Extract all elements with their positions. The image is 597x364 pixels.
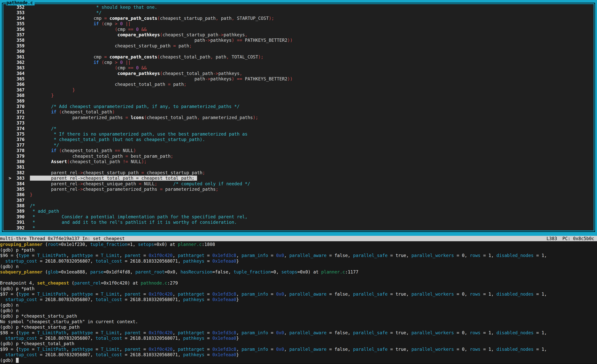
source-line: 375 * If there is no unparameterized pat… <box>3 131 594 137</box>
line-number-gutter: 361 <box>3 54 30 59</box>
line-number-gutter: 378 <box>3 148 30 153</box>
line-number-gutter: 384 <box>3 181 30 186</box>
gdb-output-line: $98 = {type = T_LimitPath, pathtype = T_… <box>0 330 597 335</box>
line-number-gutter: 353 <box>3 10 30 15</box>
status-pc-indicator: PC: 0x8c5b0c <box>562 236 594 241</box>
line-number-gutter: 389 <box>3 209 30 214</box>
line-number-gutter: 377 <box>3 143 30 148</box>
line-number-gutter: 376 <box>3 137 30 142</box>
line-number-gutter: 363 <box>3 65 30 70</box>
line-number-gutter: > 383 <box>3 176 30 181</box>
line-number-gutter: 385 <box>3 187 30 192</box>
source-line: 352 * should keep that one. <box>3 4 594 10</box>
source-line: 359 cheapest_startup_path = path; <box>3 43 594 49</box>
status-line-indicator: L383 <box>546 236 557 241</box>
source-line: 362 if (cmp > 0 || <box>3 60 594 65</box>
line-number-gutter: 381 <box>3 164 30 170</box>
status-thread-info: multi-thre Thread 0x7f4e19a137 In: set_c… <box>0 236 125 241</box>
gdb-output-line: (gdb) n <box>0 302 597 308</box>
source-line: 380 Assert(cheapest_total_path != NULL); <box>3 159 594 164</box>
line-number-gutter: 367 <box>3 87 30 93</box>
gdb-output-line: (gdb) p *path <box>0 247 597 253</box>
source-line: 381 <box>3 164 594 170</box>
source-line: 366 cheapest_total_path = path; <box>3 82 594 87</box>
source-line: 355 if (cmp > 0 || <box>3 21 594 26</box>
gdb-output-line <box>0 275 597 280</box>
source-line: 376 * cheapest_total_path (but not as ch… <box>3 137 594 142</box>
line-number-gutter: 357 <box>3 32 30 37</box>
line-number-gutter: 358 <box>3 38 30 43</box>
source-window-title: pathnode.c <box>6 0 35 5</box>
line-number-gutter: 375 <box>3 132 30 137</box>
gdb-output-line: (gdb) n <box>0 264 597 269</box>
source-line: 392 * <box>3 225 594 231</box>
gdb-output-line: $97 = {type = T_LimitPath, pathtype = T_… <box>0 291 597 297</box>
source-line: 374 /* <box>3 126 594 131</box>
line-number-gutter: 382 <box>3 170 30 175</box>
source-line: 382 parent_rel->cheapest_startup_path = … <box>3 170 594 175</box>
gdb-output-line: (gdb) p *cheapest_startup_path <box>0 324 597 330</box>
gdb-output-line: $99 = {type = T_LimitPath, pathtype = T_… <box>0 347 597 352</box>
source-line: 365 path->pathkeys) == PATHKEYS_BETTER2)… <box>3 76 594 82</box>
source-line: 369 <box>3 98 594 104</box>
source-code-pane: 352 * should keep that one. 353 */ 354 c… <box>3 4 594 231</box>
source-line: 378 if (cheapest_total_path == NULL) <box>3 148 594 153</box>
source-line: 370 /* Add cheapest unparameterized path… <box>3 104 594 109</box>
line-number-gutter: 372 <box>3 115 30 120</box>
line-number-gutter: 365 <box>3 76 30 81</box>
gdb-output-line: (gdb) n <box>0 308 597 313</box>
source-line: 353 */ <box>3 10 594 15</box>
status-position-info: L383PC: 0x8c5b0c <box>546 236 594 241</box>
gdb-output-line: (gdb) <box>0 358 597 363</box>
status-bar: multi-thre Thread 0x7f4e19a137 In: set_c… <box>0 236 597 241</box>
gdb-output-line: subquery_planner (glob=0x1eea888, parse=… <box>0 269 597 275</box>
line-number-gutter: 364 <box>3 71 30 76</box>
gdb-output-line: Breakpoint 4, set_cheapest (parent_rel=0… <box>0 280 597 286</box>
source-line: 384 parent_rel->cheapest_unique_path = N… <box>3 181 594 186</box>
source-line: 373 <box>3 120 594 126</box>
gdb-output-line: grouping_planner (root=0x1e1f230, tuple_… <box>0 242 597 247</box>
source-line: 372 parameterized_paths = lcons(cheapest… <box>3 115 594 120</box>
source-line: 356 (cmp == 0 && <box>3 27 594 32</box>
line-number-gutter: 387 <box>3 198 30 203</box>
gdb-output-line: startup_cost = 2618.807832056807, total_… <box>0 297 597 302</box>
terminal: pathnode.c 352 * should keep that one. 3… <box>0 0 597 363</box>
source-line: 385 parent_rel->cheapest_parameterized_p… <box>3 186 594 192</box>
source-line: > 383 parent_rel->cheapest_total_path = … <box>3 175 594 181</box>
line-number-gutter: 391 <box>3 220 30 225</box>
line-number-gutter: 360 <box>3 49 30 54</box>
text-cursor[interactable] <box>16 358 19 363</box>
source-line: 363 (cmp == 0 && <box>3 65 594 70</box>
source-line: 354 cmp = compare_path_costs(cheapest_st… <box>3 15 594 21</box>
source-line: 388 /* <box>3 203 594 209</box>
line-number-gutter: 370 <box>3 104 30 109</box>
source-line: 364 compare_pathkeys(cheapest_total_path… <box>3 71 594 76</box>
line-number-gutter: 380 <box>3 159 30 164</box>
line-number-gutter: 362 <box>3 60 30 65</box>
gdb-output-line: (gdb) p *cheapest_startu_path <box>0 313 597 319</box>
source-line: 390 * Consider a potential implementatio… <box>3 214 594 219</box>
line-number-gutter: 388 <box>3 203 30 208</box>
line-number-gutter: 354 <box>3 16 30 21</box>
line-number-gutter: 374 <box>3 126 30 131</box>
gdb-console[interactable]: grouping_planner (root=0x1e1f230, tuple_… <box>0 241 597 363</box>
gdb-output-line: startup_cost = 2618.807832056807, total_… <box>0 258 597 264</box>
gdb-output-line: No symbol "cheapest_startu_path" in curr… <box>0 319 597 324</box>
source-line: 368 } <box>3 93 594 98</box>
line-number-gutter: 368 <box>3 93 30 98</box>
source-line: 377 */ <box>3 142 594 148</box>
source-line: 357 compare_pathkeys(cheapest_startup_pa… <box>3 32 594 38</box>
source-line: 391 * and add it to the rel's pathlist i… <box>3 219 594 225</box>
source-line: 379 cheapest_total_path = best_param_pat… <box>3 154 594 159</box>
source-line: 360 <box>3 49 594 54</box>
gdb-output-line: (gdb) p *cheapest_total_path <box>0 341 597 346</box>
line-number-gutter: 369 <box>3 99 30 103</box>
gdb-output-line: startup_cost = 2618.807832056807, total_… <box>0 352 597 357</box>
gdb-output-line: (gdb) p *path <box>0 286 597 291</box>
gdb-output-line: startup_cost = 2618.807832056807, total_… <box>0 335 597 341</box>
gdb-output-line: $96 = {type = T_LimitPath, pathtype = T_… <box>0 253 597 258</box>
source-window-frame: pathnode.c 352 * should keep that one. 3… <box>2 3 595 232</box>
line-number-gutter: 392 <box>3 225 30 230</box>
line-number-gutter: 379 <box>3 154 30 159</box>
source-line: 387 <box>3 198 594 203</box>
